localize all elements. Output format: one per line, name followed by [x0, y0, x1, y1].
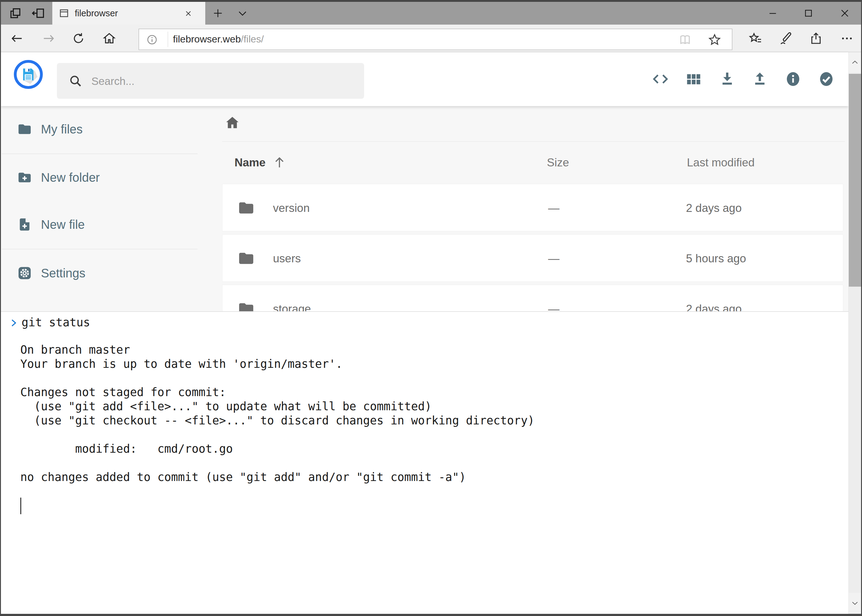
home-button[interactable]: [100, 29, 118, 48]
info-icon: [785, 70, 801, 88]
back-icon: [10, 32, 24, 45]
more-button[interactable]: [838, 29, 856, 48]
sort-direction-button[interactable]: [271, 154, 288, 171]
forward-icon: [42, 32, 55, 45]
terminal-command: git status: [22, 316, 90, 330]
share-button[interactable]: [807, 29, 826, 48]
listing-divider: [222, 141, 845, 142]
browser-tab[interactable]: filebrowser: [52, 2, 205, 25]
reading-view-icon: [678, 33, 692, 46]
check-icon: [818, 70, 835, 88]
sidebar-item-label: Settings: [41, 266, 85, 280]
hub-icon: [748, 31, 763, 46]
minimize-button[interactable]: [763, 3, 783, 23]
tab-close-button[interactable]: [181, 7, 195, 20]
column-header-size[interactable]: Size: [547, 156, 569, 169]
scroll-up-button[interactable]: [849, 52, 861, 72]
grid-view-icon: [686, 71, 702, 87]
sidebar-divider: [2, 249, 198, 250]
breadcrumb-home-button[interactable]: [222, 113, 243, 132]
tab-preview-button[interactable]: [6, 4, 24, 22]
chevron-up-icon: [851, 58, 859, 66]
info-circle-icon: [146, 34, 158, 46]
terminal-output: On branch master Your branch is up to da…: [20, 343, 534, 484]
gear-icon: [16, 265, 33, 281]
tab-preview-icon: [8, 6, 22, 20]
url-text: filebrowser.web/files/: [173, 33, 264, 45]
column-header-modified[interactable]: Last modified: [687, 156, 755, 169]
sidebar-item-label: My files: [41, 123, 83, 136]
add-favorite-button[interactable]: [707, 32, 723, 48]
close-window-button[interactable]: [835, 3, 855, 23]
sidebar-item-my-files[interactable]: My files: [0, 112, 198, 146]
browser-toolbar: filebrowser.web/files/: [1, 25, 861, 52]
share-icon: [809, 31, 824, 46]
maximize-icon: [803, 8, 814, 19]
sidebar-item-settings[interactable]: Settings: [0, 256, 198, 290]
page-scrollbar[interactable]: [848, 52, 861, 614]
row-modified: 2 days ago: [686, 202, 742, 215]
raw-view-button[interactable]: [647, 66, 674, 92]
page-favicon-icon: [58, 7, 70, 19]
scroll-down-button[interactable]: [849, 593, 861, 613]
tab-list-chevron-icon: [236, 7, 248, 19]
folder-icon: [236, 199, 256, 217]
row-size: —: [548, 202, 559, 215]
column-header-name[interactable]: Name: [235, 156, 266, 169]
download-button[interactable]: [714, 66, 741, 92]
row-name: version: [273, 202, 310, 215]
terminal-cursor[interactable]: [20, 498, 21, 514]
annotate-button[interactable]: [777, 29, 795, 48]
set-tabs-aside-icon: [31, 6, 45, 20]
sidebar-item-new-folder[interactable]: New folder: [0, 160, 198, 194]
sort-up-icon: [273, 155, 287, 170]
folder-icon: [236, 250, 256, 267]
file-row-version[interactable]: version — 2 days ago: [222, 184, 843, 231]
home-icon: [102, 31, 116, 46]
select-multiple-button[interactable]: [813, 66, 840, 92]
grid-view-button[interactable]: [681, 66, 707, 92]
floppy-logo-icon: [19, 65, 38, 84]
search-box[interactable]: [57, 63, 364, 99]
info-button[interactable]: [780, 66, 806, 92]
address-bar[interactable]: filebrowser.web/files/: [139, 28, 733, 50]
prompt-chevron-icon: [8, 316, 19, 330]
ellipsis-icon: [840, 32, 854, 45]
app-header: [1, 52, 848, 106]
home-icon: [224, 115, 240, 131]
tab-title: filebrowser: [75, 8, 118, 19]
sidebar-item-new-file[interactable]: New file: [0, 207, 198, 241]
site-info-button[interactable]: [145, 32, 159, 47]
row-modified: 5 hours ago: [686, 252, 746, 265]
refresh-icon: [72, 32, 85, 45]
new-tab-button[interactable]: [209, 4, 227, 22]
favorite-star-icon: [708, 33, 722, 47]
scrollbar-thumb[interactable]: [849, 74, 861, 287]
url-host: filebrowser.web: [173, 33, 241, 45]
reading-view-button[interactable]: [677, 32, 693, 48]
tab-close-icon: [184, 9, 193, 18]
hub-button[interactable]: [746, 29, 765, 48]
row-name: users: [273, 252, 301, 265]
download-icon: [719, 71, 736, 88]
upload-button[interactable]: [747, 66, 773, 92]
new-tab-icon: [212, 7, 224, 19]
sidebar-divider: [2, 154, 198, 154]
minimize-icon: [767, 8, 778, 19]
window-border-top: [0, 0, 862, 2]
folder-icon: [16, 121, 33, 137]
browser-title-bar: filebrowser: [1, 2, 861, 25]
filebrowser-logo[interactable]: [14, 60, 43, 89]
forward-button[interactable]: [39, 29, 58, 48]
back-button[interactable]: [8, 29, 26, 48]
close-icon: [839, 7, 851, 19]
annotate-pen-icon: [778, 31, 793, 46]
chevron-down-icon: [851, 599, 859, 607]
file-row-users[interactable]: users — 5 hours ago: [222, 234, 843, 282]
maximize-button[interactable]: [799, 3, 818, 23]
search-input[interactable]: [91, 63, 354, 99]
row-size: —: [548, 252, 559, 265]
set-tabs-aside-button[interactable]: [29, 4, 47, 22]
tab-list-button[interactable]: [233, 4, 251, 22]
refresh-button[interactable]: [69, 29, 88, 48]
